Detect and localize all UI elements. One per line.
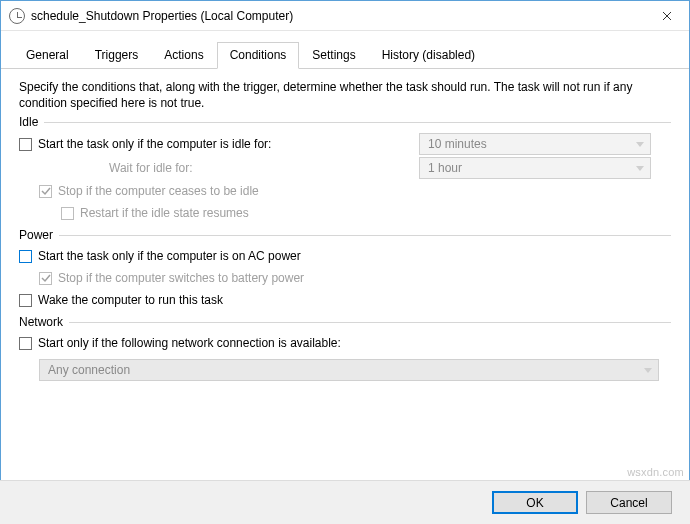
conditions-panel: Specify the conditions that, along with … <box>1 69 689 388</box>
window-title: schedule_Shutdown Properties (Local Comp… <box>31 9 645 23</box>
stop-on-battery-label: Stop if the computer switches to battery… <box>58 271 304 285</box>
tab-history[interactable]: History (disabled) <box>369 42 488 69</box>
tab-general[interactable]: General <box>13 42 82 69</box>
tab-label: Triggers <box>95 48 139 62</box>
idle-section-header: Idle <box>19 115 671 129</box>
idle-duration-combo[interactable]: 10 minutes <box>419 133 651 155</box>
chevron-down-icon <box>644 368 652 373</box>
dialog-footer: OK Cancel <box>0 480 690 524</box>
stop-if-not-idle-label: Stop if the computer ceases to be idle <box>58 184 259 198</box>
tab-label: Conditions <box>230 48 287 62</box>
tab-actions[interactable]: Actions <box>151 42 216 69</box>
cancel-button[interactable]: Cancel <box>586 491 672 514</box>
wake-computer-label: Wake the computer to run this task <box>38 293 223 307</box>
restart-if-idle-label: Restart if the idle state resumes <box>80 206 249 220</box>
tab-label: History (disabled) <box>382 48 475 62</box>
network-available-label: Start only if the following network conn… <box>38 336 341 350</box>
power-section-header: Power <box>19 228 671 242</box>
ac-power-checkbox[interactable] <box>19 250 32 263</box>
tab-triggers[interactable]: Triggers <box>82 42 152 69</box>
network-section-header: Network <box>19 315 671 329</box>
close-icon <box>662 11 672 21</box>
wake-computer-checkbox[interactable] <box>19 294 32 307</box>
network-label: Network <box>19 315 69 329</box>
start-only-idle-checkbox[interactable] <box>19 138 32 151</box>
tab-conditions[interactable]: Conditions <box>217 42 300 69</box>
wait-duration-value: 1 hour <box>428 161 462 175</box>
wait-for-idle-label: Wait for idle for: <box>109 161 193 175</box>
watermark-text: wsxdn.com <box>627 466 684 478</box>
ac-power-label: Start the task only if the computer is o… <box>38 249 301 263</box>
idle-duration-value: 10 minutes <box>428 137 487 151</box>
stop-on-battery-checkbox[interactable] <box>39 272 52 285</box>
chevron-down-icon <box>636 142 644 147</box>
tab-strip: General Triggers Actions Conditions Sett… <box>1 31 689 69</box>
network-available-checkbox[interactable] <box>19 337 32 350</box>
title-bar: schedule_Shutdown Properties (Local Comp… <box>1 1 689 31</box>
ok-button[interactable]: OK <box>492 491 578 514</box>
wait-duration-combo[interactable]: 1 hour <box>419 157 651 179</box>
start-only-idle-label: Start the task only if the computer is i… <box>38 137 271 151</box>
cancel-label: Cancel <box>610 496 647 510</box>
chevron-down-icon <box>636 166 644 171</box>
divider <box>44 122 671 123</box>
tab-settings[interactable]: Settings <box>299 42 368 69</box>
network-connection-combo[interactable]: Any connection <box>39 359 659 381</box>
divider <box>69 322 671 323</box>
close-button[interactable] <box>645 1 689 31</box>
power-label: Power <box>19 228 59 242</box>
tab-label: General <box>26 48 69 62</box>
divider <box>59 235 671 236</box>
description-text: Specify the conditions that, along with … <box>19 79 671 111</box>
tab-label: Settings <box>312 48 355 62</box>
clock-icon <box>9 8 25 24</box>
ok-label: OK <box>526 496 543 510</box>
restart-if-idle-checkbox[interactable] <box>61 207 74 220</box>
tab-label: Actions <box>164 48 203 62</box>
network-connection-value: Any connection <box>48 363 130 377</box>
idle-label: Idle <box>19 115 44 129</box>
stop-if-not-idle-checkbox[interactable] <box>39 185 52 198</box>
